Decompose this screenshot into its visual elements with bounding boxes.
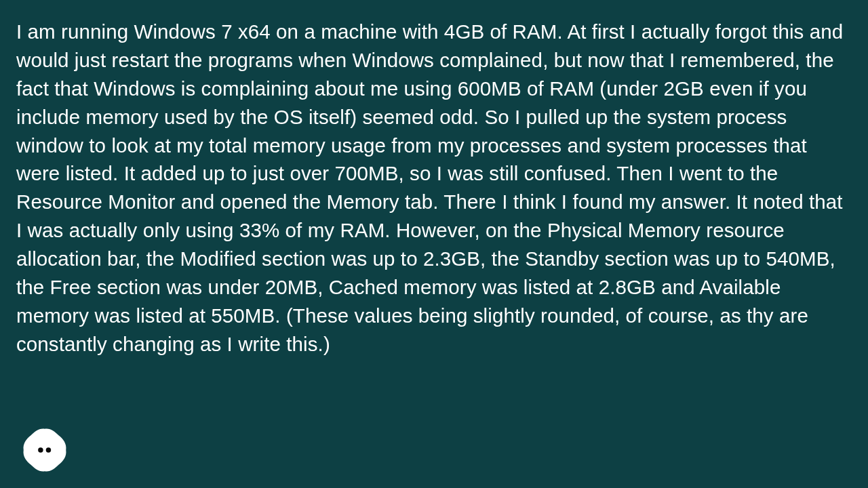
avatar-blob-icon [22,427,68,473]
body-paragraph: I am running Windows 7 x64 on a machine … [16,18,852,359]
svg-point-0 [38,447,43,452]
speaker-avatar [22,427,68,473]
slide: I am running Windows 7 x64 on a machine … [0,0,868,488]
svg-point-1 [46,447,51,452]
